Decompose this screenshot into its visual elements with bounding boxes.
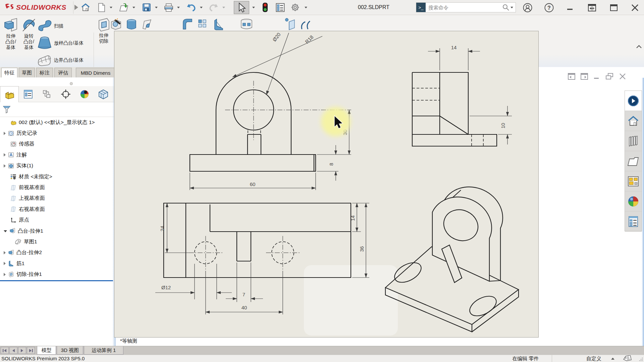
appearances-button[interactable] <box>625 191 642 212</box>
tree-item-boss-extrude2[interactable]: 凸台-拉伸2 <box>0 247 112 258</box>
tab-sketch[interactable]: 草图 <box>19 68 35 77</box>
rebuild-button[interactable] <box>260 2 270 12</box>
customize-button[interactable]: 自定义 <box>586 356 601 362</box>
first-tab-button[interactable] <box>1 347 9 354</box>
tree-item-solid-bodies[interactable]: 实体(1) <box>0 161 112 171</box>
select-tool-pressed[interactable] <box>234 1 249 14</box>
extrude-boss-button[interactable]: 拉伸 凸台/ 基体 <box>2 18 19 50</box>
save-dropdown-icon[interactable] <box>155 7 158 8</box>
select-dropdown-icon[interactable] <box>252 7 255 8</box>
tab-markup[interactable]: 标注 <box>36 68 53 77</box>
panel-splitter-handle[interactable] <box>70 82 73 85</box>
hole-wizard-button[interactable] <box>111 18 122 31</box>
settings-dropdown-icon[interactable] <box>305 7 307 8</box>
linear-pattern-button[interactable] <box>198 18 209 31</box>
expand-arrow-icon[interactable] <box>4 262 6 265</box>
sweep-button[interactable]: 扫描 <box>38 20 63 32</box>
tree-item-annotations[interactable]: 注解 <box>0 149 112 160</box>
account-button[interactable] <box>522 3 533 12</box>
wrap-button[interactable] <box>240 18 253 31</box>
resize-width-button[interactable] <box>586 3 598 12</box>
resources-home-button[interactable] <box>625 111 642 131</box>
open-button[interactable] <box>119 2 129 12</box>
print-dropdown-icon[interactable] <box>177 7 180 8</box>
expand-arrow-icon[interactable] <box>4 164 6 168</box>
file-explorer-button[interactable] <box>625 151 642 171</box>
fillet-button[interactable] <box>182 18 193 31</box>
tree-item-right-plane[interactable]: 右视基准面 <box>0 204 112 215</box>
redo-dropdown-icon[interactable] <box>222 7 225 8</box>
curves-button[interactable] <box>301 18 313 31</box>
view-palette-button[interactable] <box>625 171 642 191</box>
cam-tab[interactable] <box>94 86 113 102</box>
maximize-button[interactable] <box>608 3 620 12</box>
collapse-arrow-icon[interactable] <box>4 230 7 232</box>
minimize-button[interactable] <box>565 3 576 12</box>
close-button[interactable] <box>629 3 641 12</box>
model-tab[interactable]: 模型 <box>37 346 56 355</box>
save-button[interactable] <box>142 2 152 12</box>
tree-item-sketch1[interactable]: 草图1 <box>0 236 112 247</box>
tree-item-material[interactable]: 材质 <未指定> <box>0 171 112 182</box>
expand-arrow-icon[interactable] <box>4 273 6 276</box>
expand-arrow-icon[interactable] <box>4 153 6 157</box>
3d-views-tab[interactable]: 3D 视图 <box>57 346 83 355</box>
tag-icon[interactable] <box>622 355 632 362</box>
help-button[interactable]: ? <box>543 3 555 12</box>
custom-properties-button[interactable] <box>625 212 642 232</box>
settings-gear-button[interactable] <box>290 2 300 12</box>
next-window-button[interactable] <box>580 73 588 80</box>
close-doc-button[interactable] <box>619 73 627 80</box>
restore-doc-button[interactable] <box>605 73 614 80</box>
tree-item-boss-extrude1[interactable]: 凸台-拉伸1 <box>0 226 112 236</box>
swept-cut-button[interactable] <box>142 19 152 31</box>
loft-button[interactable]: 放样凸台/基体 <box>38 36 84 50</box>
expand-arrow-icon[interactable] <box>4 132 6 135</box>
expand-arrow-icon[interactable] <box>4 251 6 254</box>
search-dropdown-icon[interactable] <box>509 4 516 11</box>
revolve-boss-button[interactable]: 旋转 凸台/ 基体 <box>20 18 38 50</box>
search-icon[interactable] <box>502 4 509 11</box>
tree-item-history[interactable]: 历史记录 <box>0 128 112 138</box>
new-document-button[interactable] <box>97 2 107 12</box>
open-dropdown-icon[interactable] <box>132 7 135 8</box>
configurationmanager-tab[interactable] <box>38 86 56 102</box>
minimize-doc-button[interactable] <box>593 73 600 80</box>
tab-features[interactable]: 特征 <box>1 68 17 77</box>
tree-item-front-plane[interactable]: 前视基准面 <box>0 182 112 193</box>
rollback-bar[interactable] <box>0 280 113 281</box>
customize-caret-icon[interactable] <box>611 358 614 360</box>
tree-item-rib1[interactable]: 筋1 <box>0 258 112 269</box>
resize-grip[interactable] <box>639 357 643 362</box>
search-box[interactable]: >_ <box>416 2 516 12</box>
new-dropdown-icon[interactable] <box>110 7 112 8</box>
displaymanager-tab[interactable] <box>75 86 94 102</box>
revolve-cut-button[interactable] <box>126 18 137 31</box>
options-list-button[interactable] <box>275 2 285 12</box>
threedexperience-button[interactable] <box>625 91 642 111</box>
featuremanager-tree-tab[interactable] <box>0 86 19 102</box>
motion-study-tab[interactable]: 运动算例 1 <box>84 346 123 355</box>
tab-mbd-dimensions[interactable]: MBD Dimens <box>76 68 115 77</box>
last-tab-button[interactable] <box>27 347 35 354</box>
tree-root[interactable]: 002 (默认) <<默认>_显示状态 1> <box>0 117 112 128</box>
tab-evaluate[interactable]: 评估 <box>54 68 72 77</box>
reference-geometry-button[interactable] <box>284 18 297 31</box>
search-input[interactable] <box>426 5 502 10</box>
propertymanager-tab[interactable] <box>19 86 38 102</box>
next-tab-button[interactable] <box>18 347 26 354</box>
tree-item-cut-extrude1[interactable]: 切除-拉伸1 <box>0 269 112 280</box>
previous-window-button[interactable] <box>568 73 576 80</box>
flyout-arrow-icon[interactable] <box>74 5 78 10</box>
tree-item-sensors[interactable]: 传感器 <box>0 139 112 149</box>
print-button[interactable] <box>164 2 174 12</box>
redo-button[interactable] <box>209 2 219 12</box>
dimxpertmanager-tab[interactable] <box>56 86 75 102</box>
collapse-ribbon-chevron-icon[interactable] <box>635 44 643 50</box>
tree-filter-row[interactable] <box>0 102 116 117</box>
rib-button[interactable] <box>213 18 224 31</box>
tree-item-top-plane[interactable]: 上视基准面 <box>0 193 112 204</box>
tree-item-origin[interactable]: 原点 <box>0 215 112 226</box>
extrude-cut-button[interactable]: 拉伸 切除 <box>95 18 112 44</box>
home-button[interactable] <box>80 2 91 12</box>
